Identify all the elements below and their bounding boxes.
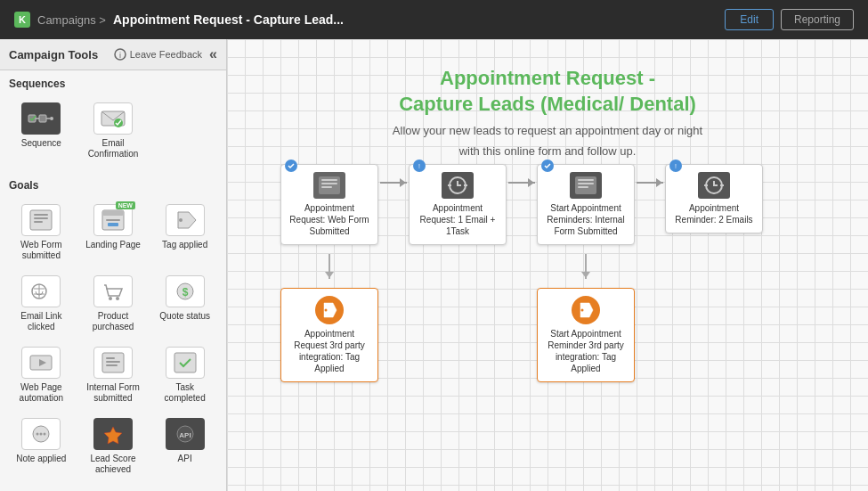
quote-status-label: Quote status (159, 311, 210, 322)
api-icon: API (166, 418, 205, 450)
tool-web-form[interactable]: Web Form submitted (7, 199, 76, 266)
tool-lead-score[interactable]: Lead Score achieved (79, 413, 148, 480)
tool-quote-status[interactable]: $ Quote status (150, 270, 219, 338)
svg-rect-45 (321, 183, 337, 184)
node1b-label: Appointment Request 3rd party integratio… (287, 328, 372, 374)
flow-col-2: ! Appointment Request: 1 Email + 1Task (409, 164, 507, 245)
node4-badge: ! (669, 160, 682, 172)
tool-email-confirmation[interactable]: Email Confirmation (79, 97, 148, 165)
task-label: Task completed (154, 382, 215, 404)
tag-applied-icon (166, 204, 205, 236)
reporting-button[interactable]: Reporting (781, 9, 854, 30)
svg-rect-44 (321, 179, 337, 181)
svg-point-37 (37, 433, 39, 436)
product-purchased-label: Product purchased (83, 311, 144, 332)
lead-score-label: Lead Score achieved (83, 454, 144, 475)
node2-label: Appointment Request: 1 Email + 1Task (415, 202, 500, 237)
web-form-icon (21, 204, 61, 236)
svg-rect-17 (102, 210, 124, 216)
tool-internal-form[interactable]: Internal Form submitted (79, 341, 148, 409)
edit-button[interactable]: Edit (725, 9, 774, 30)
svg-point-58 (581, 309, 584, 312)
flow-col-3: Start Appointment Reminders: Internal Fo… (537, 164, 635, 382)
sequences-grid: Sequence Email Confirmation (0, 94, 226, 172)
tool-web-page[interactable]: Web Page automation (7, 341, 76, 409)
canvas-subtitle: Allow your new leads to request an appoi… (227, 124, 868, 137)
feedback-icon: i (114, 48, 126, 61)
node1-badge (285, 160, 297, 172)
web-page-label: Web Page automation (11, 382, 72, 404)
svg-rect-57 (578, 186, 588, 188)
svg-text:K: K (19, 14, 26, 25)
api-label: API (178, 454, 192, 464)
node1b-icon (315, 296, 344, 324)
flow-node-3b[interactable]: Start Appointment Reminder 3rd party int… (537, 288, 635, 382)
landing-page-label: Landing Page (85, 240, 141, 250)
svg-rect-33 (106, 361, 120, 363)
sidebar-title: Campaign Tools (9, 48, 98, 61)
tool-landing-page[interactable]: NEW Landing Page (79, 199, 148, 266)
svg-rect-32 (106, 357, 115, 359)
node3-badge (541, 160, 554, 172)
tool-note[interactable]: Note applied (7, 413, 76, 480)
svg-rect-34 (106, 364, 118, 366)
tool-sequence[interactable]: Sequence (7, 97, 76, 165)
svg-rect-19 (108, 223, 118, 226)
node3-label: Start Appointment Reminders: Internal Fo… (543, 202, 629, 237)
node1-icon (313, 172, 345, 199)
node1-label: Appointment Request: Web Form Submitted (287, 202, 372, 237)
svg-text:!: ! (418, 163, 420, 169)
top-bar: K Campaigns > Appointment Request - Capt… (0, 0, 868, 39)
internal-form-label: Internal Form submitted (83, 382, 144, 404)
svg-rect-55 (578, 179, 594, 181)
flow-arrow-1 (380, 164, 407, 184)
brand-icon: K (14, 12, 30, 28)
page-title: Appointment Request - Capture Lead... (113, 12, 344, 27)
flow-node-1b[interactable]: Appointment Request 3rd party integratio… (280, 288, 378, 382)
node3b-label: Start Appointment Reminder 3rd party int… (543, 328, 629, 374)
leave-feedback-label: Leave Feedback (130, 49, 202, 60)
email-link-icon (21, 275, 61, 307)
svg-point-9 (50, 117, 53, 120)
flow-node-2[interactable]: ! Appointment Request: 1 Email + 1Task (409, 164, 507, 245)
quote-status-icon: $ (166, 275, 205, 307)
svg-rect-46 (321, 186, 332, 188)
tool-email-link[interactable]: Email Link clicked (7, 270, 76, 338)
svg-point-47 (325, 309, 328, 312)
tool-api[interactable]: API API (150, 413, 219, 480)
v-connector-1 (329, 254, 330, 279)
flow-arrow-2 (508, 164, 535, 184)
canvas-title-line1: Appointment Request - (440, 67, 655, 89)
arrow-line-3 (637, 182, 663, 184)
web-form-label: Web Form submitted (11, 240, 72, 261)
leave-feedback-button[interactable]: i Leave Feedback (114, 48, 202, 61)
svg-rect-35 (174, 353, 196, 372)
node3-icon (570, 172, 602, 199)
svg-rect-13 (34, 214, 48, 216)
note-label: Note applied (16, 454, 66, 464)
svg-point-25 (109, 297, 112, 300)
note-icon (21, 418, 61, 450)
sequence-icon (21, 102, 61, 135)
lead-score-icon (93, 418, 133, 450)
arrow-line-2 (508, 182, 535, 184)
svg-rect-14 (34, 217, 48, 219)
flow-node-3[interactable]: Start Appointment Reminders: Internal Fo… (537, 164, 635, 245)
flow-diagram: Appointment Request: Web Form Submitted … (280, 164, 850, 382)
collapse-sidebar-button[interactable]: « (209, 46, 217, 62)
svg-text:API: API (179, 431, 191, 439)
svg-point-26 (116, 297, 119, 300)
tag-applied-label: Tag applied (162, 240, 207, 250)
flow-node-4[interactable]: ! Appointment Reminder: 2 Emails (665, 164, 763, 233)
flow-node-1[interactable]: Appointment Request: Web Form Submitted (280, 164, 378, 245)
tool-tag-applied[interactable]: Tag applied (150, 199, 219, 266)
sequence-label: Sequence (21, 138, 61, 149)
tool-task[interactable]: Task completed (150, 341, 219, 409)
tool-product-purchased[interactable]: Product purchased (79, 270, 148, 338)
node2-icon (442, 172, 474, 199)
arrow-line-1 (380, 182, 407, 184)
goals-grid: Web Form submitted NEW Landing Page (0, 195, 226, 487)
breadcrumb-campaigns: Campaigns > (37, 13, 106, 27)
email-confirmation-icon (93, 102, 133, 135)
web-page-icon (21, 347, 61, 379)
